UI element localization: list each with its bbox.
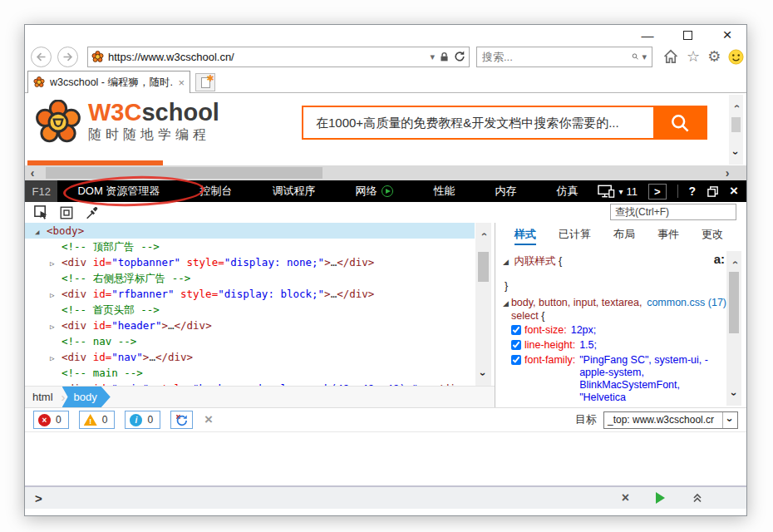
errors-filter-button[interactable]: × 0 <box>33 411 69 429</box>
dom-tree-scrollbar[interactable]: › › <box>475 223 491 386</box>
search-icon[interactable] <box>632 51 638 62</box>
css-rule-selector[interactable]: ◢body, button, input, textarea, common.c… <box>503 297 726 308</box>
property-name[interactable]: font-family: <box>524 354 575 367</box>
property-value[interactable]: "PingFang SC", system-ui, -apple-system,… <box>579 354 726 404</box>
clear-console-button[interactable]: × <box>204 411 213 428</box>
f12-tab-3[interactable]: 网络 <box>335 180 413 202</box>
color-picker-button[interactable] <box>84 204 101 221</box>
f12-tab-6[interactable]: 仿真 <box>536 180 598 202</box>
site-logo[interactable]: W3Cschool 随时随地学编程 <box>35 100 219 146</box>
open-console-button[interactable]: > <box>648 184 667 200</box>
url-dropdown-icon[interactable]: ▾ <box>430 52 435 62</box>
feedback-smiley-icon[interactable] <box>728 49 744 65</box>
document-mode-selector[interactable]: ▾ 11 <box>598 185 638 198</box>
code-token <box>174 288 180 300</box>
favorites-star-icon[interactable]: ☆ <box>687 49 700 64</box>
tab-close-icon[interactable]: × <box>178 76 185 89</box>
dom-tree-row[interactable]: ▷<div id="rfbanner" style="display: bloc… <box>25 286 475 302</box>
f12-tab-5[interactable]: 内存 <box>475 180 536 202</box>
expand-input-icon[interactable] <box>692 492 703 504</box>
close-button[interactable]: × <box>718 27 736 42</box>
tab-w3cschool[interactable]: w3cschool - 编程狮，随时... × <box>27 71 190 93</box>
console-output[interactable] <box>25 433 746 485</box>
info-count: 0 <box>147 414 153 426</box>
scroll-up-icon: › <box>477 222 490 236</box>
refresh-icon[interactable] <box>454 51 465 62</box>
dom-tree-row[interactable]: <!-- 右侧悬浮标广告 --> <box>25 270 475 286</box>
element-highlight-button[interactable] <box>58 204 75 221</box>
property-value[interactable]: 12px; <box>571 324 597 337</box>
close-devtools-button[interactable]: × <box>730 183 738 200</box>
target-select[interactable]: _top: www.w3cschool.cr › <box>603 411 738 429</box>
panel-divider[interactable] <box>495 223 495 407</box>
select-element-button[interactable] <box>32 204 49 221</box>
expanded-icon[interactable]: ◢ <box>503 299 509 308</box>
styles-panel-tab-4[interactable]: 更改 <box>702 227 723 245</box>
dom-tree-row[interactable]: ▷<div id="header">…</div> <box>25 318 475 333</box>
clear-on-navigate-toggle[interactable] <box>170 411 193 429</box>
new-tab-button[interactable]: ✱ <box>195 73 215 91</box>
styles-panel-tab-0[interactable]: 样式 <box>515 227 536 245</box>
dom-tree-row[interactable]: ▷<div id="nav">…</div> <box>25 349 475 365</box>
scrollbar-thumb <box>46 167 322 179</box>
styles-panel-tab-1[interactable]: 已计算 <box>559 227 591 245</box>
expanded-icon[interactable]: ◢ <box>503 258 509 266</box>
url-input[interactable] <box>108 51 426 63</box>
property-enabled-checkbox[interactable] <box>511 355 521 365</box>
address-bar[interactable]: ▾ <box>87 47 470 67</box>
page-vertical-scrollbar[interactable]: › › <box>729 95 743 165</box>
styles-panel-scrollbar[interactable]: › › <box>726 251 741 406</box>
code-token: style= <box>180 288 218 300</box>
page-search-input[interactable] <box>303 107 653 138</box>
back-button[interactable] <box>31 47 52 67</box>
help-button[interactable]: ? <box>689 185 697 198</box>
dom-tree-row[interactable]: <!-- main --> <box>25 365 475 381</box>
dom-tree-row[interactable]: ◢<body> <box>25 223 475 239</box>
dropdown-arrow-icon[interactable]: › <box>722 412 737 428</box>
f12-tab-1[interactable]: 控制台 <box>180 180 252 202</box>
find-input[interactable] <box>610 204 736 220</box>
search-dropdown-icon[interactable]: ▾ <box>642 52 647 62</box>
info-filter-button[interactable]: i 0 <box>125 411 160 429</box>
browser-search-input[interactable] <box>482 51 628 63</box>
minimize-button[interactable]: — <box>638 27 657 42</box>
property-name[interactable]: font-size: <box>524 324 567 337</box>
page-search-button[interactable] <box>653 107 706 138</box>
page-search-box[interactable] <box>302 106 707 140</box>
page-content: W3Cschool 随时随地学编程 <box>25 93 746 161</box>
browser-search-box[interactable]: ▾ <box>476 47 652 67</box>
property-enabled-checkbox[interactable] <box>511 325 521 335</box>
f12-tab-4[interactable]: 性能 <box>413 180 475 202</box>
dom-tree-row[interactable]: <!-- 首页头部 --> <box>25 302 475 318</box>
property-name[interactable]: line-height: <box>524 339 575 352</box>
maximize-button[interactable] <box>678 27 697 42</box>
unpin-window-icon[interactable] <box>707 185 719 198</box>
console-input-row[interactable]: > × <box>25 485 746 509</box>
f12-tab-2[interactable]: 调试程序 <box>252 180 335 202</box>
run-script-icon[interactable] <box>656 492 665 504</box>
breadcrumb-body-selected[interactable]: body <box>62 387 111 407</box>
brand-w3c: W3C <box>88 99 141 126</box>
property-value[interactable]: 1.5; <box>579 339 597 352</box>
clear-input-button[interactable]: × <box>622 490 629 505</box>
home-icon[interactable] <box>662 48 679 65</box>
dom-tree-row[interactable]: <!-- 顶部广告 --> <box>25 239 475 254</box>
breadcrumb-html[interactable]: html <box>25 387 62 407</box>
dom-tree-row[interactable]: <!-- nav --> <box>25 333 475 349</box>
styles-panel-tab-3[interactable]: 事件 <box>657 227 679 245</box>
brand-school: school <box>141 99 219 126</box>
property-enabled-checkbox[interactable] <box>511 340 521 350</box>
dom-tree-row[interactable]: ▷<div id="topbanner" style="display: non… <box>25 254 475 270</box>
eyedropper-icon <box>85 205 100 220</box>
warnings-filter-button[interactable]: ! 0 <box>79 411 116 429</box>
stylesheet-link[interactable]: common.css (17) <box>647 297 726 308</box>
f12-tab-0[interactable]: DOM 资源管理器 <box>57 180 180 202</box>
styles-panel-tab-2[interactable]: 布局 <box>613 227 635 245</box>
page-horizontal-scrollbar[interactable]: ‹ › <box>25 165 746 180</box>
settings-gear-icon[interactable]: ⚙ <box>707 49 721 64</box>
inline-style-rule[interactable]: ◢ 内联样式 { <box>503 254 726 268</box>
forward-button[interactable] <box>57 47 78 67</box>
scrollbar-thumb <box>478 252 489 282</box>
scroll-left-icon: ‹ <box>25 166 40 180</box>
pseudo-state-button[interactable]: a: <box>714 252 725 266</box>
